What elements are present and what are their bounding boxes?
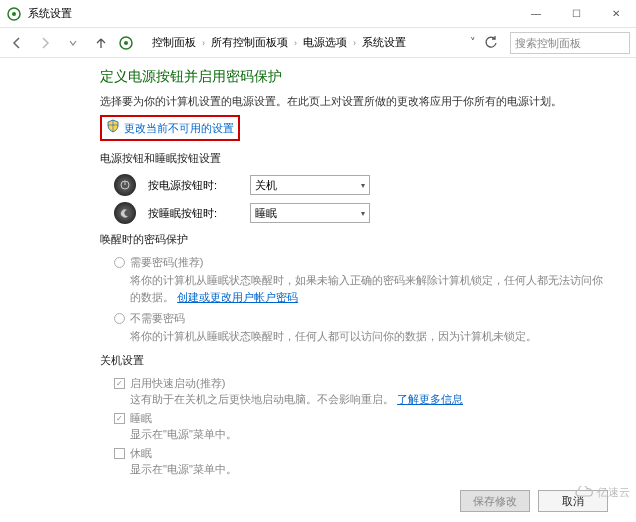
up-button[interactable] <box>90 32 112 54</box>
chevron-right-icon: › <box>202 38 205 48</box>
checkbox-icon <box>114 448 125 459</box>
save-button[interactable]: 保存修改 <box>460 490 530 512</box>
sleep-button-dropdown[interactable]: 睡眠▾ <box>250 203 370 223</box>
refresh-button[interactable] <box>484 35 498 51</box>
change-settings-link[interactable]: 更改当前不可用的设置 <box>124 121 234 136</box>
cloud-icon <box>574 486 594 500</box>
shield-icon <box>106 119 120 137</box>
power-button-dropdown[interactable]: 关机▾ <box>250 175 370 195</box>
checkbox-hibernate[interactable]: 休眠 <box>114 446 606 461</box>
svg-point-3 <box>124 41 128 45</box>
breadcrumb-dropdown[interactable]: ˅ <box>466 36 480 49</box>
create-password-link[interactable]: 创建或更改用户帐户密码 <box>177 291 298 303</box>
chevron-right-icon: › <box>294 38 297 48</box>
navbar: 控制面板› 所有控制面板项› 电源选项› 系统设置 ˅ 搜索控制面板 <box>0 28 636 58</box>
content: 定义电源按钮并启用密码保护 选择要为你的计算机设置的电源设置。在此页上对设置所做… <box>0 58 636 478</box>
breadcrumb[interactable]: 控制面板› 所有控制面板项› 电源选项› 系统设置 ˅ <box>146 32 504 54</box>
maximize-button[interactable]: ☐ <box>556 0 596 27</box>
crumb-0[interactable]: 控制面板 <box>152 35 196 50</box>
recent-dropdown[interactable] <box>62 32 84 54</box>
radio-no-password[interactable]: 不需要密码 <box>114 311 606 326</box>
chevron-right-icon: › <box>353 38 356 48</box>
power-button-icon <box>114 174 136 196</box>
checkbox-sleep[interactable]: ✓睡眠 <box>114 411 606 426</box>
learn-more-link[interactable]: 了解更多信息 <box>397 393 463 405</box>
radio-label: 需要密码(推荐) <box>130 255 203 270</box>
change-settings-link-box: 更改当前不可用的设置 <box>100 115 240 141</box>
page-description: 选择要为你的计算机设置的电源设置。在此页上对设置所做的更改将应用于你所有的电源计… <box>100 94 606 109</box>
sleep-button-label: 按睡眠按钮时: <box>148 206 238 221</box>
power-icon <box>6 6 22 22</box>
crumb-2[interactable]: 电源选项 <box>303 35 347 50</box>
sleep-button-icon <box>114 202 136 224</box>
radio-require-password-desc: 将你的计算机从睡眠状态唤醒时，如果未输入正确的密码来解除计算机锁定，任何人都无法… <box>130 272 606 305</box>
checkbox-fast-startup-desc: 这有助于在关机之后更快地启动电脑。不会影响重启。 了解更多信息 <box>130 392 606 407</box>
radio-icon <box>114 257 125 268</box>
watermark: 亿速云 <box>574 485 630 500</box>
back-button[interactable] <box>6 32 28 54</box>
power-icon-crumb <box>118 35 134 51</box>
shutdown-section-label: 关机设置 <box>100 353 606 368</box>
window-title: 系统设置 <box>28 6 516 21</box>
sleep-button-row: 按睡眠按钮时: 睡眠▾ <box>114 202 606 224</box>
checkbox-icon: ✓ <box>114 413 125 424</box>
radio-no-password-desc: 将你的计算机从睡眠状态唤醒时，任何人都可以访问你的数据，因为计算机未锁定。 <box>130 328 606 345</box>
chevron-down-icon: ▾ <box>361 209 365 218</box>
power-button-row: 按电源按钮时: 关机▾ <box>114 174 606 196</box>
radio-require-password[interactable]: 需要密码(推荐) <box>114 255 606 270</box>
crumb-1[interactable]: 所有控制面板项 <box>211 35 288 50</box>
search-input[interactable]: 搜索控制面板 <box>510 32 630 54</box>
radio-label: 不需要密码 <box>130 311 185 326</box>
minimize-button[interactable]: — <box>516 0 556 27</box>
radio-icon <box>114 313 125 324</box>
checkbox-sleep-desc: 显示在"电源"菜单中。 <box>130 427 606 442</box>
forward-button[interactable] <box>34 32 56 54</box>
power-button-label: 按电源按钮时: <box>148 178 238 193</box>
chevron-down-icon: ▾ <box>361 181 365 190</box>
checkbox-icon: ✓ <box>114 378 125 389</box>
titlebar: 系统设置 — ☐ ✕ <box>0 0 636 28</box>
svg-point-1 <box>12 12 16 16</box>
close-button[interactable]: ✕ <box>596 0 636 27</box>
crumb-3[interactable]: 系统设置 <box>362 35 406 50</box>
checkbox-hibernate-desc: 显示在"电源"菜单中。 <box>130 462 606 477</box>
checkbox-fast-startup[interactable]: ✓启用快速启动(推荐) <box>114 376 606 391</box>
window-controls: — ☐ ✕ <box>516 0 636 27</box>
password-section-label: 唤醒时的密码保护 <box>100 232 606 247</box>
buttons-section-label: 电源按钮和睡眠按钮设置 <box>100 151 606 166</box>
page-heading: 定义电源按钮并启用密码保护 <box>100 68 606 86</box>
